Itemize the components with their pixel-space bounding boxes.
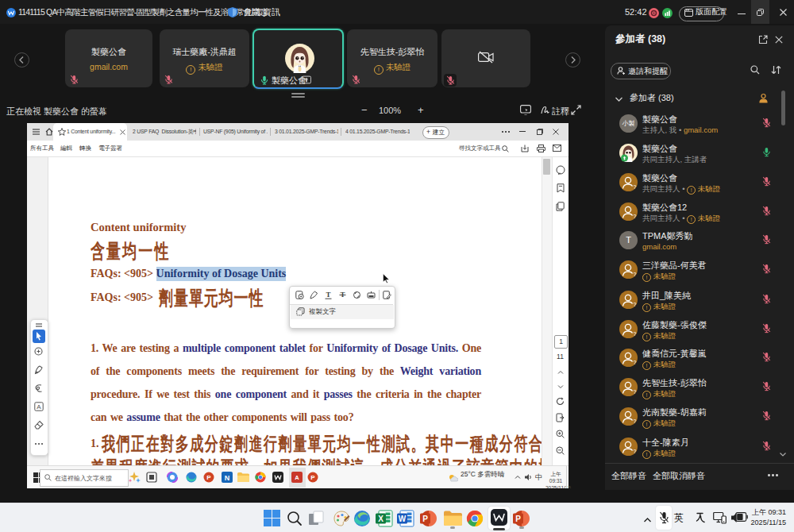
svg-text:?: ?	[634, 331, 637, 337]
svg-text:?: ?	[634, 360, 637, 365]
svg-text:A: A	[295, 474, 299, 481]
svg-text:T: T	[326, 291, 330, 299]
svg-text:P: P	[310, 474, 315, 481]
svg-text:?: ?	[634, 184, 637, 190]
svg-text:N: N	[225, 474, 230, 482]
svg-text:P: P	[206, 474, 211, 481]
svg-text:?: ?	[634, 302, 637, 307]
svg-text:P: P	[422, 515, 428, 523]
svg-text:X: X	[378, 515, 384, 523]
svg-text:?: ?	[634, 389, 637, 395]
svg-text:P: P	[515, 515, 521, 523]
svg-text:?: ?	[634, 214, 637, 219]
svg-text:W: W	[399, 515, 407, 523]
svg-text:?: ?	[634, 449, 637, 454]
svg-text:A: A	[37, 403, 41, 411]
svg-text:?: ?	[634, 418, 637, 424]
svg-text:?: ?	[634, 272, 637, 277]
